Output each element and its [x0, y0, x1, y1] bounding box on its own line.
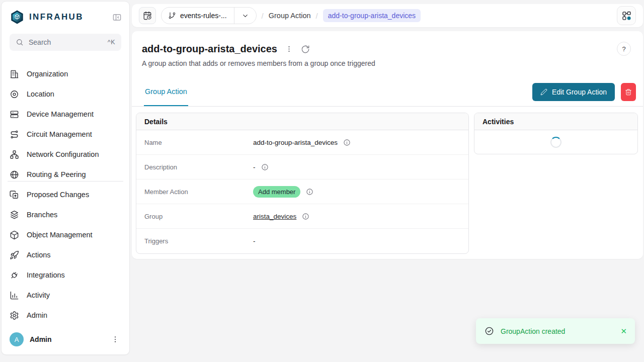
sidebar-item-admin[interactable]: Admin	[2, 305, 129, 325]
row-value: add-to-group-arista_devices	[253, 139, 338, 146]
sidebar-item-branches[interactable]: Branches	[2, 205, 129, 225]
workflow-icon[interactable]	[617, 6, 636, 25]
rocket-icon	[10, 250, 19, 260]
pencil-icon	[540, 88, 547, 96]
sidebar-item-label: Organization	[27, 70, 68, 78]
user-menu[interactable]: A Admin	[2, 332, 129, 354]
tab-bar: Group Action Edit Group Action	[132, 78, 643, 107]
sidebar-item-location[interactable]: Location	[2, 84, 129, 104]
edit-group-action-button[interactable]: Edit Group Action	[532, 83, 615, 101]
details-row-group: Group arista_devices	[136, 204, 468, 229]
activities-panel: Activities	[474, 113, 638, 154]
infrahub-logo-icon	[10, 10, 25, 25]
sidebar-item-label: Location	[27, 90, 54, 98]
toast-notification: GroupAction created ✕	[476, 318, 635, 344]
user-name: Admin	[30, 335, 103, 343]
page-title: add-to-group-arista_devices	[142, 43, 277, 55]
globe-icon	[10, 170, 19, 179]
sidebar-item-object-management[interactable]: Object Management	[2, 225, 129, 245]
row-label: Triggers	[144, 237, 253, 245]
main-content: add-to-group-arista_devices A group acti…	[132, 31, 643, 259]
sidebar-item-label: Routing & Peering	[27, 170, 86, 178]
sidebar-item-proposed-changes[interactable]: Proposed Changes	[2, 185, 129, 205]
sidebar-item-label: Actions	[27, 251, 51, 259]
bar-chart-icon	[10, 291, 19, 300]
chevron-down-icon[interactable]	[234, 12, 256, 20]
tab-group-action[interactable]: Group Action	[144, 78, 188, 106]
sidebar-item-integrations[interactable]: Integrations	[2, 265, 129, 285]
calendar-clock-icon[interactable]	[139, 7, 156, 24]
sidebar-item-actions[interactable]: Actions	[2, 245, 129, 265]
sidebar-item-label: Device Management	[27, 110, 94, 118]
sidebar-nav-secondary: Proposed Changes Branches Object Managem…	[2, 185, 129, 325]
user-kebab-icon[interactable]	[109, 333, 121, 345]
branch-selector[interactable]: events-rules-...	[161, 7, 257, 24]
sidebar-item-network-configuration[interactable]: Network Configuration	[2, 144, 129, 164]
branch-name: events-rules-...	[180, 12, 227, 20]
title-kebab-icon[interactable]	[285, 45, 293, 53]
box-icon	[10, 230, 19, 240]
info-icon[interactable]	[343, 139, 351, 146]
sidebar-item-label: Branches	[27, 211, 57, 219]
details-header: Details	[136, 113, 468, 130]
group-link[interactable]: arista_devices	[253, 213, 296, 220]
server-icon	[10, 110, 19, 119]
details-row-description: Description -	[136, 155, 468, 179]
row-label: Member Action	[144, 188, 253, 196]
sidebar-item-routing-peering[interactable]: Routing & Peering	[2, 164, 129, 179]
sidebar-item-label: Circuit Management	[27, 130, 92, 138]
activities-header: Activities	[474, 113, 637, 130]
check-circle-icon	[485, 326, 494, 336]
delete-button[interactable]	[621, 83, 636, 101]
details-row-name: Name add-to-group-arista_devices	[136, 130, 468, 155]
row-label: Description	[144, 163, 253, 171]
sidebar-item-label: Integrations	[27, 271, 65, 279]
route-icon	[10, 130, 19, 139]
sidebar-item-label: Proposed Changes	[27, 191, 89, 199]
search-icon	[16, 38, 24, 46]
copy-icon	[10, 190, 19, 200]
close-icon[interactable]: ✕	[620, 327, 627, 335]
loading-spinner-icon	[550, 137, 561, 148]
git-branch-icon	[168, 12, 176, 20]
sidebar-item-label: Network Configuration	[27, 150, 99, 158]
member-action-badge: Add member	[253, 186, 300, 198]
page-subtitle: A group action that adds or removes memb…	[142, 59, 631, 67]
sidebar-item-activity[interactable]: Activity	[2, 285, 129, 305]
info-icon[interactable]	[302, 213, 309, 220]
row-value: -	[253, 163, 256, 171]
sidebar-item-label: Admin	[27, 311, 47, 319]
sidebar-header: INFRAHUB	[2, 2, 129, 26]
info-icon[interactable]	[261, 163, 269, 171]
avatar: A	[10, 332, 24, 346]
topbar: events-rules-... / Group Action / add-to…	[132, 4, 643, 27]
edit-button-label: Edit Group Action	[552, 88, 607, 96]
row-label: Group	[144, 213, 253, 220]
plug-icon	[10, 270, 19, 280]
trash-icon	[625, 88, 632, 96]
building-icon	[10, 69, 19, 79]
search-input[interactable]: Search ^K	[10, 34, 121, 51]
refresh-icon[interactable]	[301, 45, 310, 54]
info-icon[interactable]	[306, 188, 313, 196]
help-button[interactable]: ?	[617, 42, 631, 56]
page-header: add-to-group-arista_devices A group acti…	[132, 31, 643, 78]
gear-icon	[10, 311, 19, 320]
breadcrumb-separator: /	[262, 12, 264, 20]
circle-dot-icon	[10, 89, 19, 99]
sidebar-item-organization[interactable]: Organization	[2, 64, 129, 84]
row-label: Name	[144, 139, 253, 146]
breadcrumb-current[interactable]: add-to-group-arista_devices	[323, 9, 421, 22]
sidebar-item-label: Object Management	[27, 231, 93, 239]
sidebar-collapse-icon[interactable]	[110, 11, 123, 24]
search-shortcut: ^K	[108, 39, 115, 46]
layers-icon	[10, 210, 19, 220]
sidebar-divider	[8, 181, 123, 182]
search-placeholder: Search	[29, 38, 103, 46]
breadcrumb-section[interactable]: Group Action	[269, 12, 311, 20]
network-icon	[10, 150, 19, 159]
sidebar-item-circuit-management[interactable]: Circuit Management	[2, 124, 129, 144]
brand-name: INFRAHUB	[29, 12, 110, 22]
details-row-triggers: Triggers -	[136, 229, 468, 253]
sidebar-item-device-management[interactable]: Device Management	[2, 104, 129, 124]
